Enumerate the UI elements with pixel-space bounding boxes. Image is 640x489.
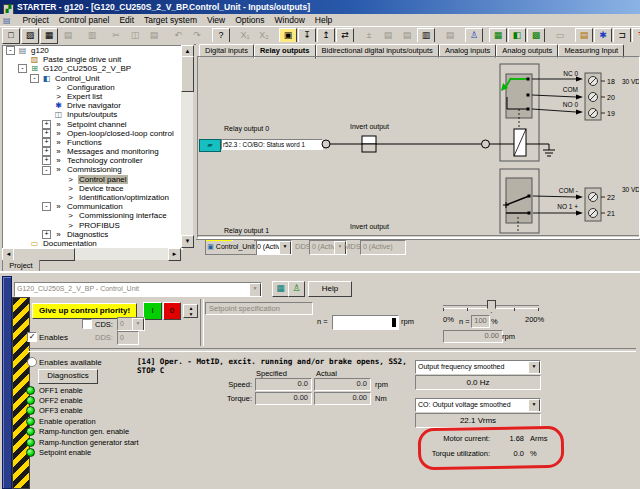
tree-item-label: Commissioning	[66, 165, 123, 174]
help-button[interactable]: Help	[308, 281, 352, 297]
cds-checkbox[interactable]	[82, 319, 92, 329]
tree-item-setpoint-channel[interactable]: +»Setpoint channel	[3, 120, 182, 129]
tree-item-commissioning-interface[interactable]: >Commissioning interface	[3, 211, 182, 220]
led-ramp-function-generator-start: Ramp-function generator start	[26, 437, 206, 447]
tree-item-label: g120	[30, 46, 50, 55]
tree-expand-toggle-icon[interactable]: -	[18, 64, 27, 73]
tree-item-label: Configuration	[66, 83, 116, 92]
tree-item-configuration[interactable]: >Configuration	[3, 83, 182, 92]
menu-target-system[interactable]: Target system	[139, 14, 202, 26]
tree-item-documentation[interactable]: ▭Documentation	[3, 239, 182, 248]
jog-buttons[interactable]: ▲▼	[183, 304, 198, 318]
tree-expand-toggle-icon[interactable]: -	[42, 202, 51, 211]
tree-item-identification-optimization[interactable]: >Identification/optimization	[3, 193, 182, 202]
horizontal-divider	[28, 348, 636, 352]
tree-item-drive-navigator[interactable]: ✱Drive navigator	[3, 101, 182, 110]
monitor-signal-select[interactable]: Output frequency smoothed	[415, 360, 541, 374]
chevrons-icon: »	[53, 165, 64, 174]
title-bar[interactable]: ▞STARTER - g120 - [G120_CU250S_2_V_BP.Co…	[0, 0, 640, 14]
menu-project[interactable]: Project	[17, 14, 53, 26]
document-icon[interactable]: ▤	[3, 15, 13, 27]
tree-expand-toggle-icon[interactable]: -	[6, 46, 15, 55]
arrow-icon: >	[65, 184, 76, 193]
menu-bar: ▤ ProjectControl panelEditTarget systemV…	[0, 14, 640, 27]
trace-view-button[interactable]: ▦	[272, 281, 289, 297]
tree-item-functions[interactable]: +»Functions	[3, 138, 182, 147]
tree-item-profibus[interactable]: >PROFIBUS	[3, 221, 182, 230]
led-label: Enable operation	[39, 417, 96, 426]
tree-item-g120[interactable]: -▤g120	[3, 46, 182, 55]
motor-off-button[interactable]: 0	[163, 302, 181, 320]
tree-item-messages-and-monitoring[interactable]: +»Messages and monitoring	[3, 147, 182, 156]
scroll-right-icon[interactable]: ►	[168, 248, 181, 261]
chevron-down-icon[interactable]	[528, 361, 540, 374]
tree-item-paste-single-drive-unit[interactable]: ▨Paste single drive unit	[3, 55, 182, 64]
panel-drag-handle[interactable]	[2, 276, 12, 489]
toolbar-copy-button[interactable]: ◫	[126, 28, 144, 44]
motor-on-button[interactable]: I	[143, 302, 162, 320]
tree-item-communication[interactable]: -»Communication	[3, 202, 182, 211]
project-tree: -▤g120▨Paste single drive unit-⊞G120_CU2…	[2, 45, 183, 250]
invert-output-block[interactable]	[362, 136, 376, 144]
led-off2-enable: OFF2 enable	[26, 395, 206, 405]
tree-item-expert-list[interactable]: >Expert list	[3, 92, 182, 101]
tree-item-commissioning[interactable]: -»Commissioning	[3, 165, 182, 174]
specified-value: 0.0	[255, 378, 312, 391]
chevron-down-icon[interactable]	[249, 283, 261, 297]
tree-item-control-unit[interactable]: -◧Control_Unit	[3, 74, 182, 83]
tree-item-label: Diagnostics	[66, 230, 109, 239]
toolbar-undo-button[interactable]: ↶	[169, 28, 187, 44]
tree-expand-toggle-icon[interactable]: -	[42, 166, 51, 175]
tree-item-label: Functions	[66, 138, 103, 147]
green-led-icon	[26, 386, 35, 395]
tree-item-diagnostics[interactable]: +»Diagnostics	[3, 230, 182, 239]
toolbar-save-project-button[interactable]: ▦	[40, 28, 58, 44]
monitor-signal-select[interactable]: CO: Output voltage smoothed	[415, 398, 541, 412]
target-device-select[interactable]: G120_CU250S_2_V_BP - Control_Unit	[14, 282, 262, 297]
menu-control-panel[interactable]: Control panel	[54, 14, 115, 26]
toolbar-save-all-button[interactable]: ▤	[59, 28, 77, 44]
folder-icon: ▭	[29, 239, 40, 248]
tree-expand-toggle-icon[interactable]: +	[42, 138, 51, 147]
scrollbar-thumb[interactable]	[181, 56, 194, 92]
slider-thumb[interactable]	[487, 300, 496, 313]
project-tree-panel: -▤g120▨Paste single drive unit-⊞G120_CU2…	[0, 44, 194, 271]
speed-setpoint-input[interactable]	[332, 315, 399, 330]
enables-checkbox[interactable]: ✓	[27, 332, 37, 342]
tree-horizontal-scrollbar[interactable]: ◄ ►	[2, 248, 181, 260]
tree-item-inputs-outputs[interactable]: ◫Inputs/outputs	[3, 110, 182, 119]
toolbar-cut-button[interactable]: ✂	[107, 28, 125, 44]
scroll-down-icon[interactable]: ▼	[181, 235, 194, 248]
menu-edit[interactable]: Edit	[114, 14, 139, 26]
tree-item-open-loop-closed-loop-control[interactable]: +»Open-loop/closed-loop control	[3, 129, 182, 138]
tree-expand-toggle-icon[interactable]: +	[42, 147, 51, 156]
cp-cds-select[interactable]: 0	[117, 317, 145, 331]
tree-expand-toggle-icon[interactable]: +	[42, 230, 51, 239]
tree-item-label: Control_Unit	[54, 74, 100, 83]
commissioning-wizard-button[interactable]: ♙	[288, 281, 305, 297]
toolbar-open-project-button[interactable]: ▨	[21, 28, 39, 44]
chevron-down-icon[interactable]	[528, 399, 540, 412]
toolbar-print-button[interactable]: ▥	[83, 28, 101, 44]
tree-item-technology-controller[interactable]: +»Technology controller	[3, 156, 182, 165]
tree-expand-toggle-icon[interactable]: +	[42, 156, 51, 165]
toolbar-paste-button[interactable]: ▤	[145, 28, 163, 44]
tree-expand-toggle-icon[interactable]: -	[30, 74, 39, 83]
tree-expand-toggle-icon[interactable]: +	[42, 120, 51, 129]
tree-item-control-panel[interactable]: >Control panel	[3, 175, 182, 184]
menu-help[interactable]: Help	[310, 14, 337, 26]
menu-view[interactable]: View	[202, 14, 230, 26]
menu-options[interactable]: Options	[230, 14, 269, 26]
menu-window[interactable]: Window	[270, 14, 310, 26]
tree-item-label: G120_CU250S_2_V_BP	[42, 64, 132, 73]
tree-item-device-trace[interactable]: >Device trace	[3, 184, 182, 193]
toolbar-new-project-button[interactable]: □	[2, 28, 20, 44]
tree-item-g120-cu250s-2-v-bp[interactable]: -⊞G120_CU250S_2_V_BP	[3, 64, 182, 73]
diagnostics-button[interactable]: Diagnostics	[38, 369, 98, 384]
tree-item-label: Identification/optimization	[78, 193, 170, 202]
tree-vertical-scrollbar[interactable]: ▲ ▼	[181, 45, 193, 248]
arrow-icon: >	[65, 193, 76, 202]
tree-item-label: Technology controller	[66, 156, 144, 165]
control-unit-document-tab[interactable]: ▣Control_Unit	[205, 241, 257, 255]
tree-expand-toggle-icon[interactable]: +	[42, 129, 51, 138]
